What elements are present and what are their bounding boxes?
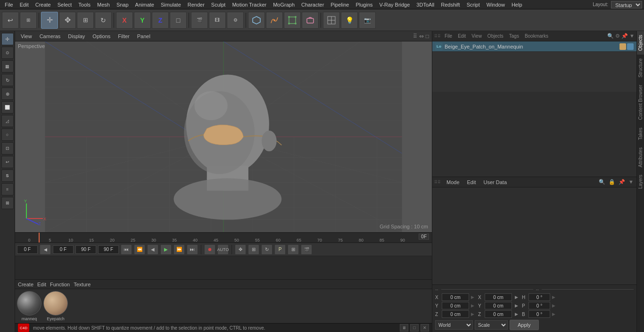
obj-hdr-bookmarks[interactable]: Bookmarks xyxy=(523,33,550,39)
vp-menu-view[interactable]: View xyxy=(18,33,35,40)
floor-button[interactable] xyxy=(323,12,340,29)
obj-hdr-view[interactable]: View xyxy=(470,33,484,39)
obj-hdr-objects[interactable]: Objects xyxy=(486,33,505,39)
left-tool-0[interactable]: ✛ xyxy=(1,33,14,45)
menu-select[interactable]: Select xyxy=(55,1,75,8)
start-frame-input[interactable] xyxy=(53,245,74,254)
rotate-mode-button[interactable]: ↻ xyxy=(261,244,272,255)
mat-menu-function[interactable]: Function xyxy=(50,282,70,287)
vp-icon-arrows[interactable]: ⇔ xyxy=(419,33,424,40)
menu-snap[interactable]: Snap xyxy=(114,1,132,8)
world-select[interactable]: World xyxy=(435,320,473,330)
vtab-layers[interactable]: Layers xyxy=(637,171,644,193)
menu-plugins[interactable]: Plugins xyxy=(353,1,375,8)
left-tool-4[interactable]: ⊕ xyxy=(1,88,14,100)
attrs-icon-search[interactable]: 🔍 xyxy=(598,179,606,185)
obj-hdr-settings[interactable]: ⚙ xyxy=(615,33,620,39)
obj-hdr-expand[interactable]: ▼ xyxy=(629,33,635,39)
select-tool-button[interactable]: ✛ xyxy=(41,12,58,29)
object-item-0[interactable]: Lo Beige_Eye_Patch_on_Mannequin xyxy=(432,41,636,52)
left-tool-10[interactable]: S xyxy=(1,170,14,182)
menu-animate[interactable]: Animate xyxy=(132,1,157,8)
vtab-takes[interactable]: Takes xyxy=(637,124,644,144)
scale-select[interactable]: Scale xyxy=(475,320,508,330)
menu-sculpt[interactable]: Sculpt xyxy=(208,1,229,8)
mat-menu-edit[interactable]: Edit xyxy=(37,282,46,287)
menu-simulate[interactable]: Simulate xyxy=(158,1,184,8)
vtab-objects[interactable]: Objects xyxy=(637,31,644,55)
attrs-icon-expand[interactable]: ▼ xyxy=(627,179,635,185)
deformer-button[interactable] xyxy=(302,12,319,29)
coord-y-pos[interactable] xyxy=(442,302,469,309)
menu-mograph[interactable]: MoGraph xyxy=(270,1,297,8)
box-mode-button[interactable]: □ xyxy=(170,12,187,29)
left-tool-1[interactable]: ⊙ xyxy=(1,47,14,59)
menu-tools[interactable]: Tools xyxy=(75,1,93,8)
status-icon-0[interactable]: 🖥 xyxy=(400,324,408,332)
coord-h-rot[interactable] xyxy=(528,293,550,301)
viewport-canvas[interactable]: Perspective Grid Spacing : 10 cm X xyxy=(15,41,432,232)
vp-menu-filter[interactable]: Filter xyxy=(115,33,132,40)
rotate-tool-button[interactable]: ↻ xyxy=(95,12,112,29)
layout-select[interactable]: Startup xyxy=(611,1,642,8)
y-axis-button[interactable]: Y xyxy=(134,12,151,29)
coord-x-pos[interactable] xyxy=(442,293,469,301)
attrs-icon-pin[interactable]: 📌 xyxy=(618,179,626,185)
menu-help[interactable]: Help xyxy=(509,1,525,8)
vp-menu-options[interactable]: Options xyxy=(90,33,113,40)
coord-z-size[interactable] xyxy=(485,310,512,318)
vp-menu-cameras[interactable]: Cameras xyxy=(37,33,64,40)
status-icon-1[interactable]: □ xyxy=(410,324,419,332)
left-tool-11[interactable]: ⌗ xyxy=(1,183,14,195)
move-tool-button[interactable]: ✥ xyxy=(59,12,76,29)
obj-hdr-search[interactable]: 🔍 xyxy=(607,33,614,39)
menu-3dtoall[interactable]: 3DToAll xyxy=(413,1,437,8)
left-tool-12[interactable]: ⊠ xyxy=(1,197,14,209)
menu-create[interactable]: Create xyxy=(33,1,54,8)
go-end-button[interactable]: ⏭ xyxy=(187,244,198,255)
p-button[interactable]: P xyxy=(274,244,286,255)
vp-menu-display[interactable]: Display xyxy=(65,33,88,40)
render-settings-button[interactable]: ⚙ xyxy=(227,12,244,29)
vp-icon-dots[interactable]: ⠿ xyxy=(413,33,417,40)
coord-p-rot[interactable] xyxy=(528,302,550,309)
menu-file[interactable]: File xyxy=(2,1,16,8)
mat-menu-create[interactable]: Create xyxy=(18,282,33,287)
nurbs-button[interactable] xyxy=(284,12,301,29)
obj-hdr-tags[interactable]: Tags xyxy=(507,33,521,39)
left-tool-8[interactable]: ⊡ xyxy=(1,142,14,154)
menu-vray[interactable]: V-Ray Bridge xyxy=(377,1,413,8)
mat-menu-texture[interactable]: Texture xyxy=(74,282,91,287)
attrs-icon-lock[interactable]: 🔒 xyxy=(608,179,616,185)
coord-b-rot[interactable] xyxy=(528,310,550,318)
tl-prev-keyframe[interactable]: ◀ xyxy=(40,244,51,255)
menu-window[interactable]: Window xyxy=(484,1,508,8)
vp-menu-panel[interactable]: Panel xyxy=(134,33,153,40)
obj-hdr-file[interactable]: File xyxy=(443,33,454,39)
prev-frame-button[interactable]: ⏪ xyxy=(134,244,145,255)
current-frame-input[interactable] xyxy=(17,245,38,254)
z-axis-button[interactable]: Z xyxy=(152,12,169,29)
redo-button[interactable]: ⊞ xyxy=(20,12,37,29)
record-button[interactable]: ⏺ xyxy=(204,244,215,255)
coord-y-size[interactable] xyxy=(485,302,512,309)
next-frame-button[interactable]: ⏩ xyxy=(173,244,185,255)
render-region-button[interactable]: 🎬 xyxy=(191,12,208,29)
play-reverse-button[interactable]: ◀ xyxy=(147,244,158,255)
scale-mode-button[interactable]: ⊞ xyxy=(248,244,259,255)
apply-button[interactable]: Apply xyxy=(510,320,539,330)
left-tool-7[interactable]: ○ xyxy=(1,129,14,141)
grid-button[interactable]: ⊞ xyxy=(288,244,299,255)
autokey-button[interactable]: AUTO xyxy=(217,244,229,255)
cube-button[interactable] xyxy=(248,12,265,29)
menu-pipeline[interactable]: Pipeline xyxy=(328,1,352,8)
vp-icon-square[interactable]: □ xyxy=(426,33,429,40)
vtab-structure[interactable]: Structure xyxy=(637,55,644,81)
left-tool-6[interactable]: ◿ xyxy=(1,115,14,127)
vtab-content-browser[interactable]: Content Browser xyxy=(637,81,644,123)
move-mode-button[interactable]: ✥ xyxy=(235,244,246,255)
left-tool-2[interactable]: ▦ xyxy=(1,60,14,73)
material-item-0[interactable]: manneq xyxy=(17,291,41,321)
render-active-button[interactable]: 🎞 xyxy=(209,12,226,29)
x-axis-button[interactable]: X xyxy=(116,12,133,29)
